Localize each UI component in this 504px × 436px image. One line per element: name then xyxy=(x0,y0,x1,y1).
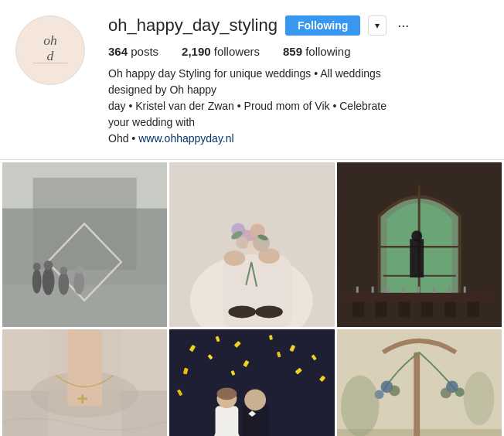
svg-point-103 xyxy=(463,372,494,425)
profile-info: oh_happy_day_styling Following ▾ ··· 364… xyxy=(108,15,489,147)
svg-rect-40 xyxy=(410,239,424,278)
svg-rect-63 xyxy=(77,398,87,400)
svg-point-13 xyxy=(60,267,67,274)
svg-rect-90 xyxy=(414,353,420,436)
bio-line1: Oh happy day Styling for unique weddings… xyxy=(108,66,402,98)
svg-rect-49 xyxy=(448,287,451,293)
svg-point-33 xyxy=(229,306,257,318)
svg-point-41 xyxy=(411,230,422,241)
profile-top-row: oh_happy_day_styling Following ▾ ··· xyxy=(108,15,489,36)
follow-button[interactable]: Following xyxy=(285,15,360,36)
following-stat[interactable]: 859 following xyxy=(283,45,351,58)
chevron-down-icon: ▾ xyxy=(375,20,380,31)
posts-count: 364 xyxy=(108,45,128,58)
grid-photo-3[interactable] xyxy=(337,162,502,327)
svg-rect-43 xyxy=(356,287,358,293)
svg-rect-8 xyxy=(2,285,167,328)
svg-point-30 xyxy=(237,237,249,249)
svg-rect-56 xyxy=(467,302,478,318)
svg-point-68 xyxy=(245,390,267,411)
followers-label: followers xyxy=(214,45,260,58)
svg-rect-61 xyxy=(67,329,102,406)
svg-point-17 xyxy=(33,263,41,271)
posts-label: posts xyxy=(131,45,158,58)
svg-rect-70 xyxy=(216,407,239,436)
svg-point-15 xyxy=(75,266,83,274)
svg-point-12 xyxy=(58,272,69,295)
svg-rect-48 xyxy=(433,287,435,293)
profile-section: oh d oh_happy_day_styling Following ▾ ··… xyxy=(0,0,504,160)
svg-rect-52 xyxy=(375,302,387,318)
followers-stat[interactable]: 2,190 followers xyxy=(182,45,260,58)
svg-text:d: d xyxy=(47,48,54,63)
svg-point-95 xyxy=(455,388,464,397)
svg-point-34 xyxy=(255,306,283,318)
svg-rect-54 xyxy=(421,302,433,318)
svg-rect-51 xyxy=(352,302,364,318)
stats-row: 364 posts 2,190 followers 859 following xyxy=(108,45,489,58)
svg-rect-44 xyxy=(371,287,373,293)
svg-point-21 xyxy=(224,250,246,266)
more-options-button[interactable]: ··· xyxy=(394,16,412,36)
following-count: 859 xyxy=(283,45,302,58)
posts-stat[interactable]: 364 posts xyxy=(108,45,158,58)
svg-point-10 xyxy=(43,267,55,295)
grid-photo-2[interactable] xyxy=(169,162,334,327)
avatar[interactable]: oh d xyxy=(15,15,85,85)
grid-photo-6[interactable] xyxy=(337,329,502,436)
svg-rect-50 xyxy=(463,287,465,293)
bio: Oh happy day Styling for unique weddings… xyxy=(108,66,402,147)
svg-text:oh: oh xyxy=(43,32,57,48)
grid-photo-1[interactable] xyxy=(2,162,167,327)
dropdown-button[interactable]: ▾ xyxy=(368,15,387,36)
svg-point-102 xyxy=(341,376,380,436)
followers-count: 2,190 xyxy=(182,45,211,58)
svg-point-16 xyxy=(32,269,42,294)
bio-line3: Ohd • www.ohhappyday.nl xyxy=(108,131,402,147)
svg-rect-55 xyxy=(444,302,456,318)
svg-point-14 xyxy=(73,271,84,295)
svg-point-96 xyxy=(441,388,451,399)
following-label: following xyxy=(305,45,350,58)
svg-rect-47 xyxy=(417,287,420,293)
svg-rect-45 xyxy=(387,287,389,293)
svg-rect-46 xyxy=(402,287,404,293)
svg-point-11 xyxy=(44,261,53,270)
svg-point-93 xyxy=(389,386,400,397)
photo-grid xyxy=(0,160,504,436)
svg-point-72 xyxy=(217,388,237,400)
grid-photo-5[interactable] xyxy=(169,329,334,436)
svg-rect-53 xyxy=(398,302,410,318)
grid-photo-4[interactable] xyxy=(2,329,167,436)
bio-line2: day • Kristel van der Zwan • Proud mom o… xyxy=(108,98,402,131)
username: oh_happy_day_styling xyxy=(108,15,278,36)
website-link[interactable]: www.ohhappyday.nl xyxy=(138,132,233,145)
svg-rect-42 xyxy=(345,293,494,302)
